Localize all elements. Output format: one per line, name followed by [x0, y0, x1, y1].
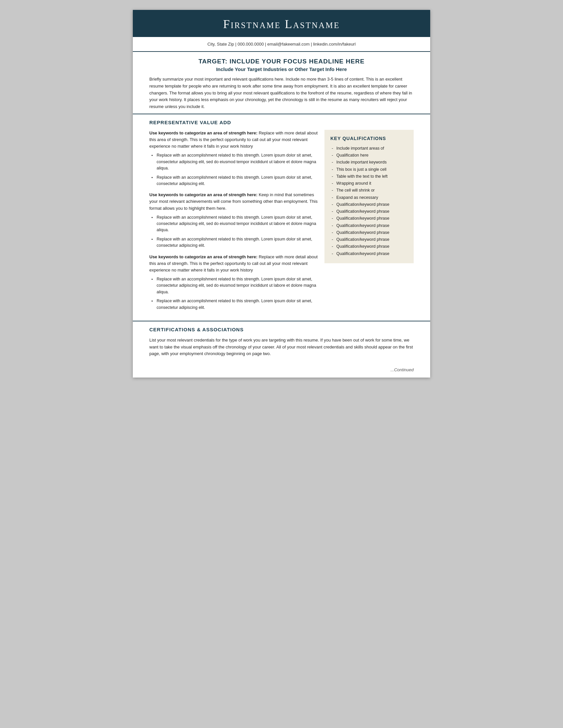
target-body: Briefly summarize your most important an… [149, 76, 414, 110]
bullet-list-1: Replace with an accomplishment related t… [149, 152, 318, 187]
list-item: Replace with an accomplishment related t… [149, 174, 318, 187]
strength-intro-3: Use keywords to categorize an area of st… [149, 254, 318, 273]
list-item: Qualification/keyword phrase [330, 208, 408, 215]
list-item: Qualification/keyword phrase [330, 236, 408, 243]
list-item: Replace with an accomplishment related t… [149, 236, 318, 249]
list-item: Replace with an accomplishment related t… [149, 152, 318, 171]
list-item: Qualification/keyword phrase [330, 222, 408, 229]
col-left: Use keywords to categorize an area of st… [149, 130, 318, 315]
list-item: The cell will shrink or [330, 187, 408, 194]
list-item: Qualification/keyword phrase [330, 229, 408, 236]
resume-page: Firstname Lastname City, State Zip | 000… [133, 10, 430, 378]
strength-block-2: Use keywords to categorize an area of st… [149, 192, 318, 249]
list-item: Qualification/keyword phrase [330, 250, 408, 257]
certifications-body: List your most relevant credentials for … [149, 337, 414, 357]
key-qual-title: Key Qualifications [330, 136, 408, 141]
strength-bold-2: Use keywords to categorize an area of st… [149, 192, 257, 197]
list-item: Exapand as necessary [330, 194, 408, 201]
strength-intro-1: Use keywords to categorize an area of st… [149, 130, 318, 150]
list-item: Wrapping around it [330, 180, 408, 187]
two-col-layout: Use keywords to categorize an area of st… [149, 130, 414, 315]
main-content: Representative Value Add Use keywords to… [133, 114, 430, 321]
col-right: Key Qualifications Include important are… [324, 130, 414, 315]
list-item: Include important areas of [330, 145, 408, 152]
bullet-list-2: Replace with an accomplishment related t… [149, 214, 318, 249]
target-section: Target: Include Your Focus Headline Here… [133, 52, 430, 114]
strength-intro-2: Use keywords to categorize an area of st… [149, 192, 318, 211]
list-item: Replace with an accomplishment related t… [149, 276, 318, 295]
certifications-section: Certifications & Associations List your … [133, 321, 430, 364]
header-name: Firstname Lastname [146, 17, 417, 31]
list-item: Replace with an accomplishment related t… [149, 298, 318, 311]
list-item: Table with the text to the left [330, 173, 408, 180]
continued-footer: ...Continued [133, 364, 430, 378]
strength-block-3: Use keywords to categorize an area of st… [149, 254, 318, 311]
list-item: Qualification/keyword phrase [330, 201, 408, 208]
list-item: Replace with an accomplishment related t… [149, 214, 318, 234]
strength-bold-1: Use keywords to categorize an area of st… [149, 130, 257, 135]
list-item: This box is just a single cell [330, 166, 408, 173]
target-subtitle: Include Your Target Industries or Other … [149, 66, 414, 72]
list-item: Include important keywords [330, 159, 408, 166]
strength-bold-3: Use keywords to categorize an area of st… [149, 254, 257, 259]
list-item: Qualification here [330, 152, 408, 159]
representative-heading: Representative Value Add [149, 120, 414, 125]
list-item: Qualification/keyword phrase [330, 243, 408, 250]
strength-block-1: Use keywords to categorize an area of st… [149, 130, 318, 187]
bullet-list-3: Replace with an accomplishment related t… [149, 276, 318, 311]
header-banner: Firstname Lastname [133, 10, 430, 37]
contact-line: City, State Zip | 000.000.0000 | email@f… [207, 42, 356, 47]
list-item: Qualification/keyword phrase [330, 215, 408, 222]
contact-bar: City, State Zip | 000.000.0000 | email@f… [133, 37, 430, 52]
qual-list: Include important areas of Qualification… [330, 145, 408, 257]
target-title: Target: Include Your Focus Headline Here [149, 58, 414, 65]
certifications-heading: Certifications & Associations [149, 327, 414, 332]
key-qualifications-box: Key Qualifications Include important are… [324, 130, 414, 263]
